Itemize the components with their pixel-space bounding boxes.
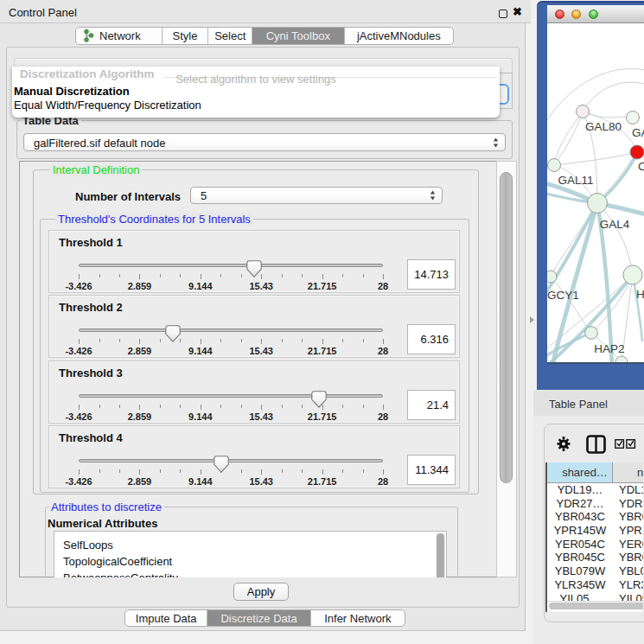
svg-text:GCY1: GCY1 <box>547 289 579 302</box>
svg-text:HAP2: HAP2 <box>594 342 624 355</box>
svg-text:GAL4: GAL4 <box>600 218 630 231</box>
svg-text:GA: GA <box>632 126 644 139</box>
svg-text:GAL80: GAL80 <box>585 120 622 133</box>
svg-text:GAL11: GAL11 <box>558 174 593 187</box>
svg-text:H: H <box>636 288 644 301</box>
svg-text:C: C <box>638 160 644 173</box>
